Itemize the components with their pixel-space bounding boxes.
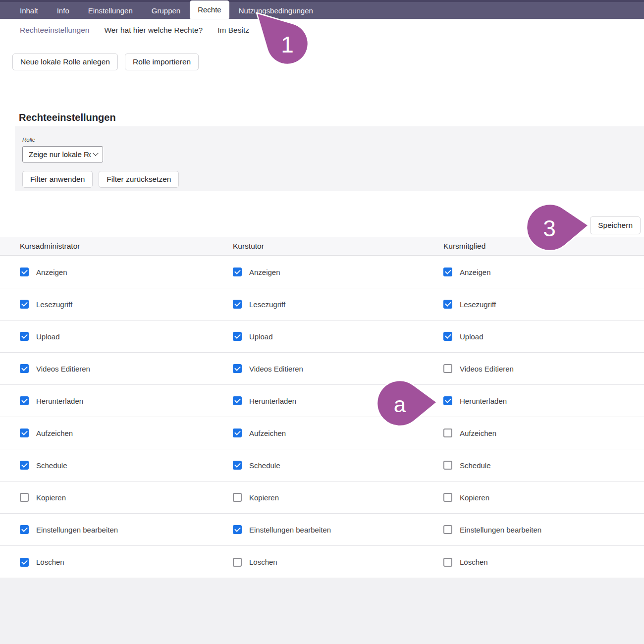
permission-label: Einstellungen bearbeiten: [249, 526, 331, 534]
permission-label: Schedule: [460, 461, 491, 470]
permission-label: Kopieren: [36, 493, 66, 502]
permission-cell: Videos Editieren: [233, 364, 443, 373]
permission-checkbox-kurstutor-schedule[interactable]: [233, 461, 242, 470]
column-header-kursmitglied: Kursmitglied: [443, 242, 644, 251]
permission-label: Kopieren: [249, 493, 279, 502]
permission-cell: Videos Editieren: [20, 364, 233, 373]
callout-1-badge: 1: [256, 12, 311, 67]
permission-label: Videos Editieren: [249, 365, 303, 373]
save-button[interactable]: Speichern: [590, 216, 641, 234]
permission-label: Lesezugriff: [460, 300, 496, 309]
footer-band: [0, 578, 644, 644]
permission-cell: Anzeigen: [443, 268, 644, 276]
permission-checkbox-kursadministrator-kopieren[interactable]: [20, 493, 29, 502]
chevron-down-icon: [93, 150, 98, 156]
permission-label: Herunterladen: [249, 397, 296, 405]
role-filter-label: Rolle: [22, 137, 35, 143]
nav-tab-gruppen[interactable]: Gruppen: [142, 2, 190, 19]
permission-cell: Lesezugriff: [443, 300, 644, 309]
permission-cell: Löschen: [443, 558, 644, 567]
filter-panel: Rolle Zeige nur lokale Rc Filter anwende…: [15, 126, 644, 191]
permission-row-lesezugriff: LesezugriffLesezugriffLesezugriff: [0, 288, 644, 321]
permission-checkbox-kursadministrator-herunterladen[interactable]: [20, 396, 29, 405]
permission-checkbox-kursmitglied-herunterladen[interactable]: [443, 396, 452, 405]
permission-checkbox-kursmitglied-upload[interactable]: [443, 332, 452, 341]
nav-tab-nutzungsbedingungen[interactable]: Nutzungsbedingungen: [229, 2, 322, 19]
permission-row-schedule: ScheduleScheduleSchedule: [0, 449, 644, 482]
filter-reset-button[interactable]: Filter zurücksetzen: [99, 171, 179, 188]
permission-checkbox-kurstutor-videos-editieren[interactable]: [233, 364, 242, 373]
permission-checkbox-kursadministrator-anzeigen[interactable]: [20, 268, 29, 276]
column-header-kurstutor: Kurstutor: [233, 242, 443, 251]
permission-cell: Upload: [20, 332, 233, 341]
filter-apply-button[interactable]: Filter anwenden: [22, 171, 93, 188]
permission-checkbox-kursadministrator-einstellungen-bearbeiten[interactable]: [20, 525, 29, 534]
permission-cell: Schedule: [20, 461, 233, 470]
permission-checkbox-kursadministrator-upload[interactable]: [20, 332, 29, 341]
action-row: Neue lokale Rolle anlegen Rolle importie…: [12, 54, 199, 70]
permission-checkbox-kurstutor-lesezugriff[interactable]: [233, 300, 242, 309]
permission-row-aufzeichen: AufzeichenAufzeichenAufzeichen: [0, 417, 644, 449]
nav-tab-inhalt[interactable]: Inhalt: [10, 2, 48, 19]
nav-tab-rechte[interactable]: Rechte: [190, 0, 229, 19]
permission-cell: Herunterladen: [233, 396, 443, 405]
permission-cell: Herunterladen: [20, 396, 233, 405]
permission-cell: Lesezugriff: [20, 300, 233, 309]
permission-cell: Kopieren: [443, 493, 644, 502]
subnav-item-wer-hat-hier-welche-rechte[interactable]: Wer hat hier welche Rechte?: [104, 22, 203, 39]
nav-tab-info[interactable]: Info: [48, 2, 79, 19]
permission-label: Löschen: [36, 558, 64, 566]
permission-checkbox-kurstutor-einstellungen-bearbeiten[interactable]: [233, 525, 242, 534]
permission-label: Upload: [460, 332, 483, 341]
permission-checkbox-kurstutor-loschen[interactable]: [233, 558, 242, 567]
subnav-item-rechteeinstellungen[interactable]: Rechteeinstellungen: [20, 22, 89, 39]
permission-label: Löschen: [460, 558, 488, 566]
permission-label: Einstellungen bearbeiten: [36, 526, 118, 534]
permission-checkbox-kursadministrator-aufzeichen[interactable]: [20, 429, 29, 437]
column-header-kursadministrator: Kursadministrator: [20, 242, 233, 251]
permission-checkbox-kurstutor-herunterladen[interactable]: [233, 396, 242, 405]
permission-checkbox-kursmitglied-videos-editieren[interactable]: [443, 364, 452, 373]
new-role-button[interactable]: Neue lokale Rolle anlegen: [12, 54, 118, 70]
permission-checkbox-kursmitglied-loschen[interactable]: [443, 558, 452, 567]
permission-label: Anzeigen: [460, 268, 491, 276]
permission-checkbox-kurstutor-upload[interactable]: [233, 332, 242, 341]
subnav: RechteeinstellungenWer hat hier welche R…: [20, 22, 249, 39]
role-filter-select[interactable]: Zeige nur lokale Rc: [22, 146, 103, 162]
permission-checkbox-kursmitglied-kopieren[interactable]: [443, 493, 452, 502]
role-filter-selected-value: Zeige nur lokale Rc: [29, 150, 91, 159]
page: InhaltInfoEinstellungenGruppenRechteNutz…: [0, 0, 644, 644]
permission-cell: Upload: [233, 332, 443, 341]
permission-checkbox-kursadministrator-videos-editieren[interactable]: [20, 364, 29, 373]
filter-button-row: Filter anwenden Filter zurücksetzen: [22, 171, 179, 188]
permission-label: Anzeigen: [36, 268, 67, 276]
permission-label: Schedule: [36, 461, 67, 470]
permission-label: Lesezugriff: [249, 300, 285, 309]
permission-checkbox-kursmitglied-anzeigen[interactable]: [443, 268, 452, 276]
permission-checkbox-kursmitglied-aufzeichen[interactable]: [443, 429, 452, 437]
permission-row-anzeigen: AnzeigenAnzeigenAnzeigen: [0, 256, 644, 288]
permission-cell: Anzeigen: [20, 268, 233, 276]
permission-checkbox-kurstutor-kopieren[interactable]: [233, 493, 242, 502]
import-role-button[interactable]: Rolle importieren: [125, 54, 199, 70]
permission-checkbox-kurstutor-aufzeichen[interactable]: [233, 429, 242, 437]
permission-cell: Kopieren: [233, 493, 443, 502]
permission-checkbox-kursadministrator-lesezugriff[interactable]: [20, 300, 29, 309]
permission-checkbox-kursadministrator-loschen[interactable]: [20, 558, 29, 567]
permission-checkbox-kursmitglied-einstellungen-bearbeiten[interactable]: [443, 525, 452, 534]
permission-row-einstellungen-bearbeiten: Einstellungen bearbeitenEinstellungen be…: [0, 514, 644, 546]
permission-checkbox-kursadministrator-schedule[interactable]: [20, 461, 29, 470]
permission-checkbox-kursmitglied-lesezugriff[interactable]: [443, 300, 452, 309]
permission-checkbox-kurstutor-anzeigen[interactable]: [233, 268, 242, 276]
permission-cell: Löschen: [233, 558, 443, 567]
permission-cell: Schedule: [443, 461, 644, 470]
permission-cell: Aufzeichen: [443, 429, 644, 437]
permission-row-loschen: LöschenLöschenLöschen: [0, 546, 644, 578]
permission-row-herunterladen: HerunterladenHerunterladenHerunterladen: [0, 385, 644, 417]
permission-checkbox-kursmitglied-schedule[interactable]: [443, 461, 452, 470]
subnav-item-im-besitz[interactable]: Im Besitz: [217, 22, 249, 39]
nav-tab-einstellungen[interactable]: Einstellungen: [79, 2, 142, 19]
permission-label: Löschen: [249, 558, 277, 566]
permissions-table-body: AnzeigenAnzeigenAnzeigenLesezugriffLesez…: [0, 256, 644, 578]
permission-label: Herunterladen: [36, 397, 83, 405]
